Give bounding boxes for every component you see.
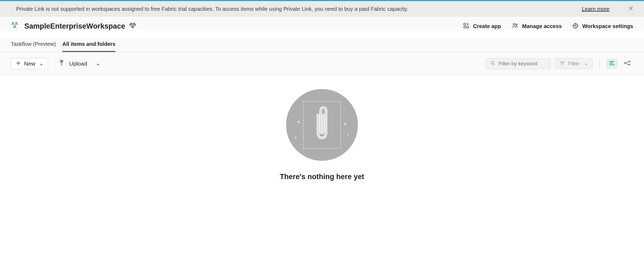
svg-point-9 [516,24,517,25]
new-button[interactable]: New [11,58,48,69]
close-icon[interactable] [626,5,636,12]
workspace-header: SampleEnterpriseWorkspace Cr [0,17,644,31]
gear-icon [572,23,578,30]
workspace-settings-button[interactable]: Workspace settings [572,23,633,30]
chevron-down-icon [40,60,43,67]
svg-rect-6 [464,26,466,28]
toolbar-right: Filter [486,58,633,69]
toolbar-divider [599,59,600,69]
banner-text: Private Link is not supported in workspa… [8,6,582,12]
chevron-down-icon [96,60,100,67]
list-view-toggle[interactable] [606,59,618,69]
upload-icon [59,60,64,67]
workspace-settings-label: Workspace settings [582,23,633,29]
svg-rect-7 [467,26,469,28]
filter-button[interactable]: Filter [555,58,593,69]
toolbar: New Upload [0,52,644,76]
workspace-title-group: SampleEnterpriseWorkspace [11,22,136,31]
lineage-view-toggle[interactable] [621,58,633,69]
people-icon [512,23,518,30]
workspace-icon [11,22,20,31]
manage-access-label: Manage access [522,23,562,29]
svg-point-2 [12,22,14,24]
sparkle-icon: ✦ [294,135,297,140]
list-icon [609,61,615,67]
lineage-icon [624,60,630,67]
diamond-icon [129,23,136,29]
upload-label: Upload [69,60,87,67]
sparkle-icon: ✦ [347,133,349,136]
svg-line-27 [626,63,629,65]
toolbar-left: New Upload [11,58,100,69]
workspace-name: SampleEnterpriseWorkspace [24,22,125,30]
svg-point-8 [513,23,515,25]
svg-line-16 [494,64,495,65]
filter-icon [560,61,565,67]
upload-button[interactable]: Upload [59,60,100,67]
filter-keyword-field[interactable] [499,61,546,67]
svg-point-15 [491,61,494,64]
svg-point-3 [16,22,17,24]
app-icon [463,23,469,30]
svg-point-4 [14,26,16,27]
paperclip-icon [313,105,331,144]
svg-line-26 [626,62,629,63]
create-app-label: Create app [473,23,501,29]
empty-heading: There's nothing here yet [280,173,364,181]
workspace-actions-group: Create app Manage access Workspace s [463,23,633,30]
sparkle-icon: ✦ [296,119,301,125]
tab-all-items[interactable]: All items and folders [62,38,116,52]
svg-rect-5 [464,23,466,25]
svg-point-25 [629,64,630,66]
sparkle-icon: ✦ [343,121,347,127]
learn-more-link[interactable]: Learn more [582,6,609,12]
filter-keyword-input[interactable] [486,58,551,69]
notification-banner: Private Link is not supported in workspa… [0,1,644,17]
svg-point-10 [575,25,576,26]
empty-state: ✦ ✦ ✦ ✦ There's nothing here yet [0,76,644,194]
create-app-button[interactable]: Create app [463,23,501,30]
svg-point-24 [629,61,630,62]
search-icon [491,61,495,67]
svg-point-23 [625,63,626,64]
new-label: New [24,60,35,67]
plus-icon [16,60,21,67]
tabs-container: Taskflow (Preview) All items and folders [0,38,644,52]
chevron-down-icon [585,61,588,67]
tab-taskflow[interactable]: Taskflow (Preview) [11,38,56,52]
banner-actions: Learn more [582,5,636,12]
manage-access-button[interactable]: Manage access [512,23,562,30]
filter-label: Filter [568,61,580,67]
empty-illustration: ✦ ✦ ✦ ✦ [286,89,358,161]
